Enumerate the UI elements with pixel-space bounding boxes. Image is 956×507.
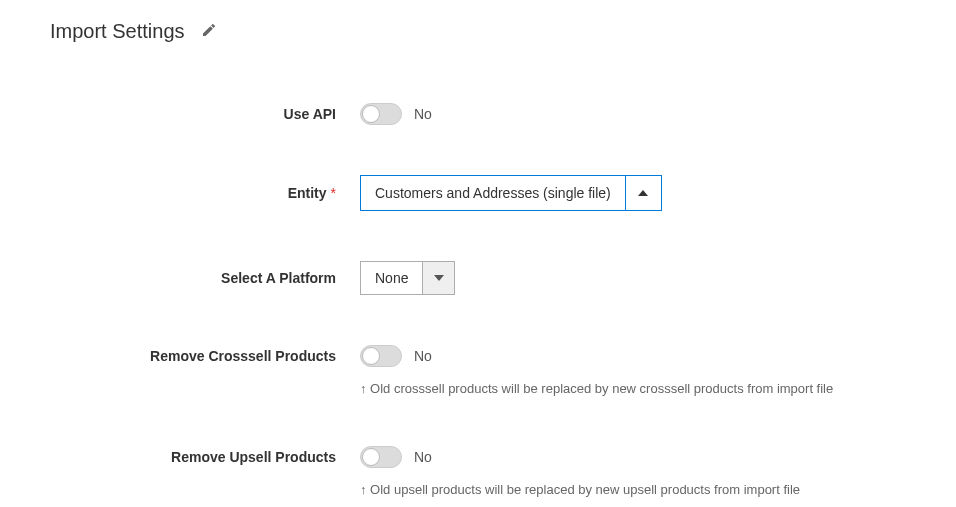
entity-row: Entity* Customers and Addresses (single …	[50, 175, 906, 211]
remove-crosssell-value: No	[414, 348, 432, 364]
chevron-down-icon	[434, 275, 444, 281]
entity-value: Customers and Addresses (single file)	[361, 176, 625, 210]
required-star: *	[331, 185, 336, 201]
remove-crosssell-help: ↑ Old crosssell products will be replace…	[360, 381, 906, 396]
remove-upsell-label: Remove Upsell Products	[50, 449, 360, 465]
platform-row: Select A Platform None	[50, 261, 906, 295]
use-api-label: Use API	[50, 106, 360, 122]
platform-label: Select A Platform	[50, 270, 360, 286]
platform-value: None	[361, 262, 422, 294]
section-header: Import Settings	[50, 20, 906, 43]
remove-upsell-help: ↑ Old upsell products will be replaced b…	[360, 482, 906, 497]
platform-select-arrow[interactable]	[422, 262, 454, 294]
entity-label: Entity*	[50, 185, 360, 201]
section-title: Import Settings	[50, 20, 185, 43]
chevron-up-icon	[638, 190, 648, 196]
remove-upsell-toggle[interactable]	[360, 446, 402, 468]
remove-upsell-row: Remove Upsell Products No	[50, 446, 906, 468]
toggle-knob	[362, 347, 380, 365]
toggle-knob	[362, 105, 380, 123]
remove-crosssell-label: Remove Crosssell Products	[50, 348, 360, 364]
entity-select-arrow[interactable]	[625, 176, 661, 210]
entity-select[interactable]: Customers and Addresses (single file)	[360, 175, 662, 211]
use-api-row: Use API No	[50, 103, 906, 125]
remove-upsell-value: No	[414, 449, 432, 465]
remove-crosssell-toggle[interactable]	[360, 345, 402, 367]
platform-select[interactable]: None	[360, 261, 455, 295]
use-api-value: No	[414, 106, 432, 122]
toggle-knob	[362, 448, 380, 466]
edit-icon[interactable]	[201, 22, 217, 42]
remove-crosssell-row: Remove Crosssell Products No	[50, 345, 906, 367]
use-api-toggle[interactable]	[360, 103, 402, 125]
